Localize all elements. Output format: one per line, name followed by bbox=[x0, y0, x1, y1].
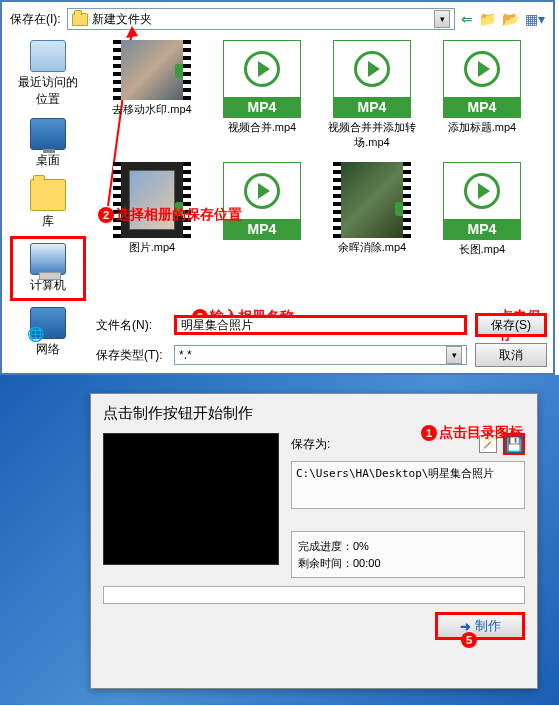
file-item[interactable]: 余晖消除.mp4 bbox=[324, 162, 420, 257]
folder-name: 新建文件夹 bbox=[92, 11, 430, 28]
view-menu-icon[interactable]: ▦▾ bbox=[525, 11, 545, 27]
video-thumbnail bbox=[113, 162, 191, 238]
sidebar-item-label: 最近访问的位置 bbox=[14, 74, 82, 108]
save-location-bar: 保存在(I): 新建文件夹 ▾ ⇐ 📁 📂 ▦▾ bbox=[2, 2, 553, 36]
format-badge-icon bbox=[395, 202, 409, 216]
file-name: 余晖消除.mp4 bbox=[338, 240, 406, 255]
save-dialog: 保存在(I): 新建文件夹 ▾ ⇐ 📁 📂 ▦▾ 最近访问的位置 桌面 库 bbox=[0, 0, 555, 375]
progress-value: 0% bbox=[353, 540, 369, 552]
folder-icon bbox=[72, 13, 88, 26]
save-button[interactable]: 保存(S) bbox=[475, 313, 547, 337]
mp4-thumbnail: MP4 bbox=[223, 162, 301, 240]
play-icon bbox=[464, 173, 500, 209]
file-item[interactable]: MP4 添加标题.mp4 bbox=[434, 40, 530, 150]
sidebar-item-label: 桌面 bbox=[36, 152, 60, 169]
mp4-badge: MP4 bbox=[224, 97, 300, 117]
libraries-icon bbox=[30, 179, 66, 211]
places-sidebar: 最近访问的位置 桌面 库 计算机 网络 bbox=[6, 36, 90, 362]
file-row: 去移动水印.mp4 MP4 视频合并.mp4 MP4 视频合并并添加转场.mp4… bbox=[96, 36, 547, 154]
video-thumbnail bbox=[333, 162, 411, 238]
mp4-badge: MP4 bbox=[444, 97, 520, 117]
progress-info: 完成进度：0% 剩余时间：00:00 bbox=[291, 531, 525, 578]
cancel-button[interactable]: 取消 bbox=[475, 343, 547, 367]
sidebar-item-computer[interactable]: 计算机 bbox=[10, 236, 86, 301]
save-fields: 文件名(N): 保存(S) 保存类型(T): *.* ▾ 取消 bbox=[96, 313, 547, 367]
filename-row: 文件名(N): 保存(S) bbox=[96, 313, 547, 337]
up-folder-icon[interactable]: 📁 bbox=[479, 11, 496, 27]
recent-places-icon bbox=[30, 40, 66, 72]
remain-value: 00:00 bbox=[353, 557, 381, 569]
filename-label: 文件名(N): bbox=[96, 317, 166, 334]
file-name: 添加标题.mp4 bbox=[448, 120, 516, 135]
mp4-thumbnail: MP4 bbox=[223, 40, 301, 118]
desktop-icon bbox=[30, 118, 66, 150]
file-item[interactable]: MP4 长图.mp4 bbox=[434, 162, 530, 257]
back-icon[interactable]: ⇐ bbox=[461, 11, 473, 27]
filetype-label: 保存类型(T): bbox=[96, 347, 166, 364]
make-button-label: 制作 bbox=[475, 617, 501, 635]
make-right-panel: 保存为: 🪄 C:\Users\HA\Desktop\明星集合照片 完成进度：0… bbox=[291, 433, 525, 578]
mp4-thumbnail: MP4 bbox=[443, 40, 521, 118]
save-floppy-icon[interactable] bbox=[503, 433, 525, 455]
nav-icons: ⇐ 📁 📂 ▦▾ bbox=[461, 11, 545, 27]
remain-label: 剩余时间： bbox=[298, 557, 353, 569]
annotation-text: 选择相册的保存位置 bbox=[116, 206, 242, 224]
file-item[interactable]: MP4 视频合并.mp4 bbox=[214, 40, 310, 150]
save-path-display: C:\Users\HA\Desktop\明星集合照片 bbox=[291, 461, 525, 509]
make-dialog: 点击制作按钮开始制作 1 点击目录图标 保存为: 🪄 C:\Users\HA\D… bbox=[90, 393, 538, 689]
annotation-number-icon: 2 bbox=[98, 207, 114, 223]
annotation-2: 2 选择相册的保存位置 bbox=[98, 206, 242, 224]
sidebar-item-recent[interactable]: 最近访问的位置 bbox=[10, 36, 86, 112]
play-icon bbox=[464, 51, 500, 87]
progress-label: 完成进度： bbox=[298, 540, 353, 552]
filetype-value: *.* bbox=[179, 348, 446, 362]
desktop-background: 点击制作按钮开始制作 1 点击目录图标 保存为: 🪄 C:\Users\HA\D… bbox=[0, 375, 559, 705]
annotation-5: 5 bbox=[461, 632, 477, 648]
play-icon bbox=[244, 51, 280, 87]
new-folder-icon[interactable]: 📂 bbox=[502, 11, 519, 27]
play-icon bbox=[354, 51, 390, 87]
sidebar-item-desktop[interactable]: 桌面 bbox=[10, 114, 86, 173]
filename-input[interactable] bbox=[174, 315, 467, 335]
mp4-thumbnail: MP4 bbox=[333, 40, 411, 118]
chevron-down-icon[interactable]: ▾ bbox=[434, 10, 450, 28]
format-badge-icon bbox=[175, 64, 189, 78]
make-body: 保存为: 🪄 C:\Users\HA\Desktop\明星集合照片 完成进度：0… bbox=[91, 433, 537, 578]
annotation-number-icon: 1 bbox=[421, 425, 437, 441]
filetype-row: 保存类型(T): *.* ▾ 取消 bbox=[96, 343, 547, 367]
mp4-thumbnail: MP4 bbox=[443, 162, 521, 240]
play-icon bbox=[244, 173, 280, 209]
sidebar-item-label: 库 bbox=[42, 213, 54, 230]
file-name: 视频合并并添加转场.mp4 bbox=[324, 120, 420, 150]
mp4-badge: MP4 bbox=[334, 97, 410, 117]
file-item[interactable]: 去移动水印.mp4 bbox=[104, 40, 200, 150]
sidebar-item-libraries[interactable]: 库 bbox=[10, 175, 86, 234]
file-name: 去移动水印.mp4 bbox=[112, 102, 191, 117]
file-name: 图片.mp4 bbox=[129, 240, 175, 255]
progress-bar bbox=[103, 586, 525, 604]
network-icon bbox=[30, 307, 66, 339]
preview-area bbox=[103, 433, 279, 565]
chevron-down-icon[interactable]: ▾ bbox=[446, 346, 462, 364]
sidebar-item-label: 网络 bbox=[36, 341, 60, 358]
sidebar-item-network[interactable]: 网络 bbox=[10, 303, 86, 362]
file-item[interactable]: MP4 视频合并并添加转场.mp4 bbox=[324, 40, 420, 150]
filetype-combo[interactable]: *.* ▾ bbox=[174, 345, 467, 365]
file-name: 视频合并.mp4 bbox=[228, 120, 296, 135]
computer-icon bbox=[30, 243, 66, 275]
save-in-label: 保存在(I): bbox=[10, 11, 61, 28]
mp4-badge: MP4 bbox=[444, 219, 520, 239]
make-button[interactable]: 制作 bbox=[435, 612, 525, 640]
file-name: 长图.mp4 bbox=[459, 242, 505, 257]
video-thumbnail bbox=[113, 40, 191, 100]
file-list: 去移动水印.mp4 MP4 视频合并.mp4 MP4 视频合并并添加转场.mp4… bbox=[96, 36, 547, 306]
folder-combo[interactable]: 新建文件夹 ▾ bbox=[67, 8, 455, 30]
annotation-number-icon: 5 bbox=[461, 632, 477, 648]
